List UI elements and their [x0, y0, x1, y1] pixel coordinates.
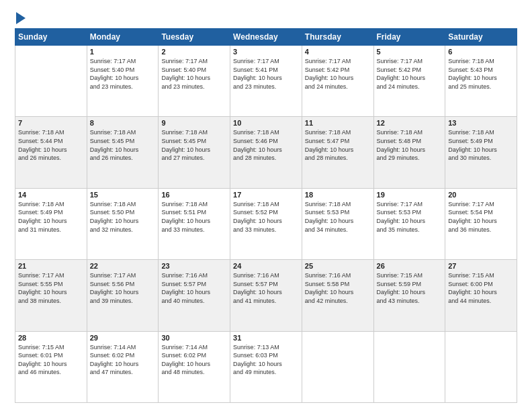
cell-text-line: Sunrise: 7:17 AM — [161, 57, 227, 66]
cell-text-line: Sunset: 5:53 PM — [305, 208, 371, 217]
cell-text-line: and 24 minutes. — [377, 83, 443, 91]
day-number: 27 — [448, 262, 514, 270]
cell-text-line: Sunset: 6:01 PM — [18, 351, 84, 360]
cell-text-line: Sunset: 5:57 PM — [233, 280, 299, 289]
cell-week1-day5: 5Sunrise: 7:17 AMSunset: 5:42 PMDaylight… — [373, 46, 445, 117]
cell-week2-day2: 9Sunrise: 7:18 AMSunset: 5:45 PMDaylight… — [159, 117, 230, 188]
cell-text-line: and 33 minutes. — [233, 226, 299, 234]
cell-week5-day5 — [373, 331, 445, 402]
day-number: 9 — [161, 119, 227, 127]
cell-text-line: Sunset: 5:56 PM — [90, 280, 156, 289]
cell-week5-day6 — [445, 331, 517, 402]
cell-text-line: Sunrise: 7:17 AM — [305, 57, 371, 66]
cell-week4-day3: 24Sunrise: 7:16 AMSunset: 5:57 PMDayligh… — [230, 260, 302, 331]
cell-text-line: and 42 minutes. — [305, 297, 371, 306]
cell-text-line: Daylight: 10 hours — [90, 74, 156, 83]
cell-week4-day5: 26Sunrise: 7:15 AMSunset: 5:59 PMDayligh… — [373, 260, 445, 331]
cell-text-line: Sunset: 6:03 PM — [233, 351, 299, 360]
cell-text-line: Daylight: 10 hours — [90, 360, 156, 369]
col-header-sunday: Sunday — [15, 29, 87, 46]
cell-text-line: Sunset: 5:58 PM — [305, 280, 371, 289]
cell-text-line: Sunrise: 7:17 AM — [90, 57, 156, 66]
cell-text-line: Daylight: 10 hours — [90, 217, 156, 226]
day-number: 4 — [305, 48, 371, 56]
cell-text-line: Daylight: 10 hours — [233, 217, 299, 226]
week-row-2: 7Sunrise: 7:18 AMSunset: 5:44 PMDaylight… — [15, 117, 517, 188]
cell-text-line: and 23 minutes. — [233, 83, 299, 91]
cell-week2-day0: 7Sunrise: 7:18 AMSunset: 5:44 PMDaylight… — [15, 117, 87, 188]
cell-text-line: and 39 minutes. — [90, 297, 156, 306]
cell-text-line: Sunset: 5:55 PM — [18, 280, 84, 289]
day-number: 26 — [377, 262, 443, 270]
cell-text-line: Daylight: 10 hours — [161, 288, 227, 297]
cell-week3-day2: 16Sunrise: 7:18 AMSunset: 5:51 PMDayligh… — [159, 188, 230, 259]
cell-text-line: and 36 minutes. — [448, 226, 514, 234]
day-number: 5 — [377, 48, 443, 56]
cell-text-line: Sunset: 5:52 PM — [233, 208, 299, 217]
cell-text-line: Daylight: 10 hours — [233, 74, 299, 83]
cell-text-line: Sunset: 5:45 PM — [161, 137, 227, 146]
cell-week4-day6: 27Sunrise: 7:15 AMSunset: 6:00 PMDayligh… — [445, 260, 517, 331]
day-number: 2 — [161, 48, 227, 56]
cell-text-line: and 34 minutes. — [305, 226, 371, 234]
week-row-3: 14Sunrise: 7:18 AMSunset: 5:49 PMDayligh… — [15, 188, 517, 259]
cell-text-line: Daylight: 10 hours — [305, 288, 371, 297]
cell-text-line: Daylight: 10 hours — [18, 217, 84, 226]
cell-week1-day6: 6Sunrise: 7:18 AMSunset: 5:43 PMDaylight… — [445, 46, 517, 117]
page: Sunday Monday Tuesday Wednesday Thursday… — [0, 0, 532, 411]
cell-text-line: Sunset: 6:02 PM — [90, 351, 156, 360]
day-number: 16 — [161, 191, 227, 199]
cell-text-line: and 49 minutes. — [233, 368, 299, 377]
cell-text-line: and 48 minutes. — [161, 368, 227, 377]
day-number: 3 — [233, 48, 299, 56]
cell-text-line: Sunrise: 7:18 AM — [305, 200, 371, 209]
day-number: 12 — [377, 119, 443, 127]
cell-week1-day1: 1Sunrise: 7:17 AMSunset: 5:40 PMDaylight… — [87, 46, 159, 117]
cell-text-line: Sunset: 5:53 PM — [377, 208, 443, 217]
cell-text-line: Sunset: 5:57 PM — [161, 280, 227, 289]
cell-text-line: Sunrise: 7:17 AM — [18, 271, 84, 280]
cell-week4-day2: 23Sunrise: 7:16 AMSunset: 5:57 PMDayligh… — [159, 260, 230, 331]
cell-text-line: Daylight: 10 hours — [305, 74, 371, 83]
day-number: 6 — [448, 48, 514, 56]
cell-text-line: Sunrise: 7:18 AM — [18, 128, 84, 137]
day-number: 28 — [18, 334, 84, 342]
cell-text-line: Sunset: 5:42 PM — [377, 66, 443, 75]
cell-week5-day4 — [302, 331, 373, 402]
col-header-tuesday: Tuesday — [159, 29, 230, 46]
cell-text-line: and 31 minutes. — [18, 226, 84, 234]
cell-text-line: and 26 minutes. — [90, 154, 156, 163]
day-number: 30 — [161, 334, 227, 342]
cell-text-line: Daylight: 10 hours — [18, 146, 84, 154]
cell-week3-day0: 14Sunrise: 7:18 AMSunset: 5:49 PMDayligh… — [15, 188, 87, 259]
cell-text-line: Daylight: 10 hours — [448, 74, 514, 83]
cell-text-line: Daylight: 10 hours — [448, 288, 514, 297]
cell-text-line: Daylight: 10 hours — [90, 288, 156, 297]
col-header-wednesday: Wednesday — [230, 29, 302, 46]
cell-week3-day4: 18Sunrise: 7:18 AMSunset: 5:53 PMDayligh… — [302, 188, 373, 259]
cell-week2-day5: 12Sunrise: 7:18 AMSunset: 5:48 PMDayligh… — [373, 117, 445, 188]
cell-week3-day6: 20Sunrise: 7:17 AMSunset: 5:54 PMDayligh… — [445, 188, 517, 259]
cell-text-line: Sunrise: 7:18 AM — [161, 128, 227, 137]
cell-text-line: Daylight: 10 hours — [377, 74, 443, 83]
cell-text-line: Daylight: 10 hours — [305, 146, 371, 154]
cell-text-line: and 43 minutes. — [377, 297, 443, 306]
cell-text-line: Daylight: 10 hours — [90, 146, 156, 154]
cell-text-line: and 23 minutes. — [90, 83, 156, 91]
day-number: 1 — [90, 48, 156, 56]
header — [15, 12, 517, 21]
cell-text-line: and 41 minutes. — [233, 297, 299, 306]
day-number: 8 — [90, 119, 156, 127]
col-header-thursday: Thursday — [302, 29, 373, 46]
col-header-monday: Monday — [87, 29, 159, 46]
cell-week1-day2: 2Sunrise: 7:17 AMSunset: 5:40 PMDaylight… — [159, 46, 230, 117]
cell-text-line: and 28 minutes. — [305, 154, 371, 163]
cell-text-line: Sunset: 5:44 PM — [18, 137, 84, 146]
cell-text-line: Sunrise: 7:18 AM — [233, 128, 299, 137]
cell-text-line: and 47 minutes. — [90, 368, 156, 377]
cell-text-line: and 24 minutes. — [305, 83, 371, 91]
cell-week2-day3: 10Sunrise: 7:18 AMSunset: 5:46 PMDayligh… — [230, 117, 302, 188]
cell-week5-day3: 31Sunrise: 7:13 AMSunset: 6:03 PMDayligh… — [230, 331, 302, 402]
cell-text-line: Sunrise: 7:17 AM — [377, 200, 443, 209]
day-number: 20 — [448, 191, 514, 199]
